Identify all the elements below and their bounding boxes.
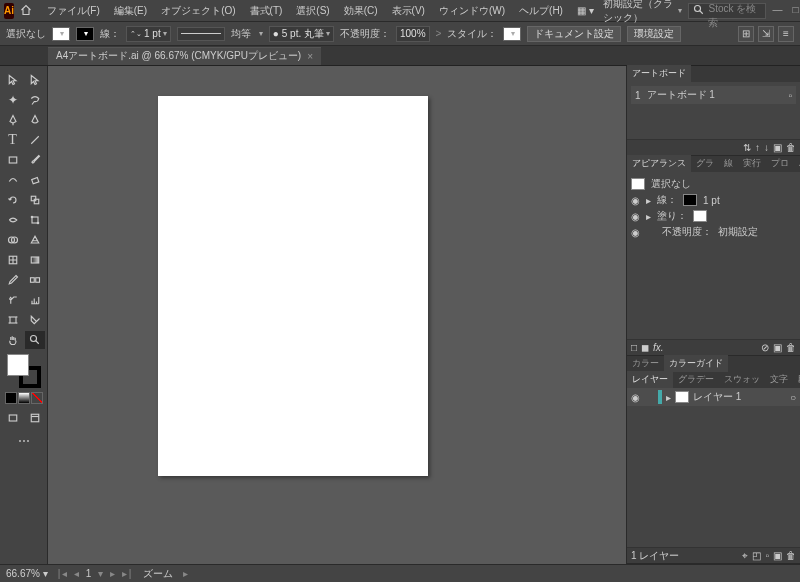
- new-sublayer-icon[interactable]: ▫: [765, 550, 769, 561]
- symbol-sprayer-tool[interactable]: [3, 291, 23, 309]
- swatches-tab[interactable]: スウォッ: [719, 371, 765, 388]
- character-tab[interactable]: 文字: [765, 371, 793, 388]
- align-icon[interactable]: ⊞: [738, 26, 754, 42]
- layer-name[interactable]: レイヤー 1: [693, 390, 786, 404]
- fill-color-swatch[interactable]: [7, 354, 29, 376]
- minimize-button[interactable]: —: [772, 4, 784, 18]
- home-icon[interactable]: [20, 4, 32, 18]
- visibility-icon[interactable]: ◉: [631, 211, 640, 222]
- move-up-icon[interactable]: ↑: [755, 142, 760, 153]
- menu-file[interactable]: ファイル(F): [42, 2, 105, 20]
- gradient-tab[interactable]: グラ: [691, 155, 719, 172]
- panel-menu-icon[interactable]: ≡: [778, 26, 794, 42]
- rectangle-tool[interactable]: [3, 151, 23, 169]
- delete-artboard-icon[interactable]: 🗑: [786, 142, 796, 153]
- menu-arrange-icon[interactable]: ▦ ▾: [572, 3, 599, 18]
- zoom-tool[interactable]: [25, 331, 45, 349]
- menu-view[interactable]: 表示(V): [387, 2, 430, 20]
- menu-select[interactable]: 選択(S): [291, 2, 334, 20]
- menu-type[interactable]: 書式(T): [245, 2, 288, 20]
- scale-tool[interactable]: [25, 191, 45, 209]
- maximize-button[interactable]: □: [790, 4, 800, 18]
- actions-tab[interactable]: 実行: [738, 155, 766, 172]
- style-swatch[interactable]: ▾: [503, 27, 521, 41]
- mesh-tool[interactable]: [3, 251, 23, 269]
- layer-row[interactable]: ◉ ▸ レイヤー 1 ○: [627, 388, 800, 406]
- rotate-tool[interactable]: [3, 191, 23, 209]
- selection-tool[interactable]: [3, 71, 23, 89]
- properties-tab[interactable]: プロ: [766, 155, 794, 172]
- new-artboard-icon[interactable]: ▣: [773, 142, 782, 153]
- zoom-level[interactable]: 66.67% ▾: [6, 568, 48, 579]
- preferences-button[interactable]: 環境設定: [627, 26, 681, 42]
- perspective-tool[interactable]: [25, 231, 45, 249]
- artboard-tool[interactable]: [3, 311, 23, 329]
- color-tab[interactable]: カラー: [627, 355, 664, 372]
- ap-opacity-value[interactable]: 初期設定: [718, 225, 758, 239]
- ap-fill-swatch[interactable]: [693, 210, 707, 222]
- brush-select[interactable]: ● 5 pt. 丸筆▾: [269, 26, 334, 42]
- line-tool[interactable]: [25, 131, 45, 149]
- pathfinder-tab[interactable]: パラ: [794, 155, 800, 172]
- visibility-icon[interactable]: ◉: [631, 195, 640, 206]
- curvature-tool[interactable]: [25, 111, 45, 129]
- close-tab-icon[interactable]: ×: [307, 51, 313, 62]
- gradients-tab[interactable]: グラデー: [673, 371, 719, 388]
- eraser-tool[interactable]: [25, 171, 45, 189]
- artboard[interactable]: [158, 96, 428, 476]
- artboard-nav[interactable]: |◂ ◂ 1 ▾ ▸ ▸|: [58, 568, 134, 579]
- transform-icon[interactable]: ⇲: [758, 26, 774, 42]
- artboard-list-item[interactable]: 1 アートボード 1 ▫: [631, 86, 796, 104]
- layer-visibility-icon[interactable]: ◉: [631, 392, 640, 403]
- rearrange-icon[interactable]: ⇅: [743, 142, 751, 153]
- blend-tool[interactable]: [25, 271, 45, 289]
- gradient-tool[interactable]: [25, 251, 45, 269]
- locate-layer-icon[interactable]: ⌖: [742, 550, 748, 562]
- paragraph-tab[interactable]: 段落: [793, 371, 800, 388]
- color-mode-gradient[interactable]: [18, 392, 30, 404]
- appearance-tab[interactable]: アピアランス: [627, 155, 691, 172]
- width-tool[interactable]: [3, 211, 23, 229]
- delete-icon[interactable]: 🗑: [786, 342, 796, 353]
- color-mode-none[interactable]: [31, 392, 43, 404]
- opacity-input[interactable]: 100%: [396, 26, 430, 42]
- free-transform-tool[interactable]: [25, 211, 45, 229]
- layer-target-icon[interactable]: ○: [790, 392, 796, 403]
- ap-stroke-swatch[interactable]: [683, 194, 697, 206]
- new-fill-icon[interactable]: ◼: [641, 342, 649, 353]
- layers-tab[interactable]: レイヤー: [627, 371, 673, 388]
- move-down-icon[interactable]: ↓: [764, 142, 769, 153]
- menu-edit[interactable]: 編集(E): [109, 2, 152, 20]
- screen-mode-menu[interactable]: [25, 409, 45, 427]
- fill-swatch[interactable]: ▾: [52, 27, 70, 41]
- menu-window[interactable]: ウィンドウ(W): [434, 2, 510, 20]
- menu-effect[interactable]: 効果(C): [339, 2, 383, 20]
- visibility-icon[interactable]: ◉: [631, 227, 640, 238]
- document-setup-button[interactable]: ドキュメント設定: [527, 26, 621, 42]
- screen-mode-normal[interactable]: [3, 409, 23, 427]
- menu-help[interactable]: ヘルプ(H): [514, 2, 568, 20]
- fx-icon[interactable]: fx.: [653, 342, 664, 353]
- fill-stroke-swatch[interactable]: [7, 354, 41, 388]
- canvas[interactable]: [48, 66, 626, 564]
- duplicate-icon[interactable]: ▣: [773, 342, 782, 353]
- make-clipping-icon[interactable]: ◰: [752, 550, 761, 561]
- stroke-profile[interactable]: [177, 27, 225, 41]
- stock-search-input[interactable]: Adobe Stock を検索: [688, 3, 765, 19]
- magic-wand-tool[interactable]: ✦: [3, 91, 23, 109]
- stroke-swatch[interactable]: ▾: [76, 27, 94, 41]
- stroke-tab[interactable]: 線: [719, 155, 738, 172]
- stroke-weight-input[interactable]: ⌃⌄ 1 pt▾: [126, 26, 171, 42]
- eyedropper-tool[interactable]: [3, 271, 23, 289]
- color-guide-tab[interactable]: カラーガイド: [664, 355, 728, 372]
- artboard-options-icon[interactable]: ▫: [788, 90, 792, 101]
- shape-builder-tool[interactable]: [3, 231, 23, 249]
- slice-tool[interactable]: [25, 311, 45, 329]
- document-tab[interactable]: A4アートボード.ai @ 66.67% (CMYK/GPUプレビュー) ×: [48, 47, 321, 65]
- hand-tool[interactable]: [3, 331, 23, 349]
- menu-object[interactable]: オブジェクト(O): [156, 2, 240, 20]
- clear-appearance-icon[interactable]: ⊘: [761, 342, 769, 353]
- color-mode-solid[interactable]: [5, 392, 17, 404]
- new-stroke-icon[interactable]: □: [631, 342, 637, 353]
- edit-toolbar-icon[interactable]: ⋯: [14, 432, 34, 450]
